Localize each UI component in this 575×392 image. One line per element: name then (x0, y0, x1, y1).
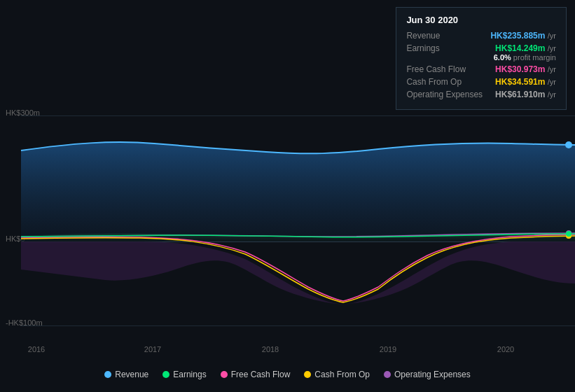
tooltip-row-cashop: Cash From Op HK$34.591m /yr (406, 77, 556, 87)
legend-label-cashop: Cash From Op (314, 370, 370, 379)
revenue-area (21, 142, 575, 241)
legend-cashop[interactable]: Cash From Op (304, 370, 370, 379)
chart-svg (0, 108, 575, 332)
cashop-label: Cash From Op (406, 77, 483, 87)
legend-label-fcf: Free Cash Flow (231, 370, 291, 379)
tooltip-box: Jun 30 2020 Revenue HK$235.885m /yr Earn… (396, 7, 567, 110)
fcf-value: HK$30.973m /yr (495, 64, 556, 74)
chart-container: Jun 30 2020 Revenue HK$235.885m /yr Earn… (0, 0, 575, 392)
x-label-2020: 2020 (497, 345, 514, 354)
earnings-label: Earnings (406, 43, 483, 53)
negative-area (21, 241, 575, 304)
legend-revenue[interactable]: Revenue (104, 370, 148, 379)
x-label-2017: 2017 (144, 345, 161, 354)
x-label-2018: 2018 (262, 345, 279, 354)
tooltip-row-opex: Operating Expenses HK$61.910m /yr (406, 90, 556, 99)
tooltip-date: Jun 30 2020 (406, 15, 556, 25)
tooltip-row-earnings: Earnings HK$14.249m /yr 6.0% profit marg… (406, 43, 556, 62)
legend: Revenue Earnings Free Cash Flow Cash Fro… (0, 370, 575, 379)
legend-label-revenue: Revenue (115, 370, 148, 379)
legend-dot-fcf (221, 371, 228, 378)
earnings-value-block: HK$14.249m /yr 6.0% profit margin (488, 43, 556, 62)
revenue-endpoint (565, 141, 572, 148)
legend-label-earnings: Earnings (173, 370, 206, 379)
tooltip-row-fcf: Free Cash Flow HK$30.973m /yr (406, 64, 556, 74)
earnings-endpoint (566, 231, 571, 237)
legend-dot-cashop (304, 371, 311, 378)
revenue-label: Revenue (406, 31, 483, 41)
legend-fcf[interactable]: Free Cash Flow (221, 370, 291, 379)
tooltip-row-revenue: Revenue HK$235.885m /yr (406, 31, 556, 41)
cashop-value: HK$34.591m /yr (495, 77, 556, 87)
opex-label: Operating Expenses (406, 90, 483, 99)
revenue-value: HK$235.885m /yr (490, 31, 556, 41)
legend-earnings[interactable]: Earnings (162, 370, 206, 379)
legend-opex[interactable]: Operating Expenses (384, 370, 471, 379)
legend-dot-revenue (104, 371, 111, 378)
legend-label-opex: Operating Expenses (394, 370, 471, 379)
profit-margin: 6.0% profit margin (488, 53, 556, 62)
legend-dot-earnings (162, 371, 169, 378)
legend-dot-opex (384, 371, 391, 378)
fcf-label: Free Cash Flow (406, 64, 483, 74)
x-label-2019: 2019 (380, 345, 396, 354)
x-label-2016: 2016 (28, 345, 45, 354)
opex-value: HK$61.910m /yr (495, 90, 556, 99)
earnings-value: HK$14.249m /yr (495, 43, 556, 53)
